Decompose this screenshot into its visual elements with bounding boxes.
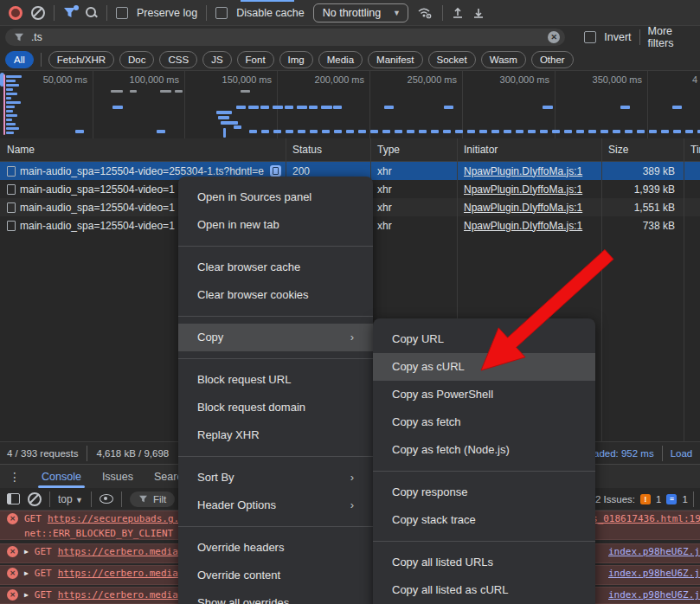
filter-chip-js[interactable]: JS	[202, 51, 231, 68]
menu-item-copy-as-curl[interactable]: Copy as cURL	[373, 353, 595, 381]
copy-submenu: Copy URLCopy as cURLCopy as PowerShellCo…	[373, 318, 595, 604]
overview-bar	[241, 90, 250, 93]
import-har-icon[interactable]	[452, 7, 464, 19]
console-sidebar-icon[interactable]	[7, 493, 20, 504]
menu-item-open-in-sources-panel[interactable]: Open in Sources panel	[178, 183, 373, 211]
overview-bar	[346, 130, 354, 133]
column-header-initiator[interactable]: Initiator	[457, 144, 601, 156]
request-url-link[interactable]: https://securepubads.g.	[48, 513, 179, 524]
disable-cache-checkbox[interactable]	[215, 7, 228, 19]
menu-item-copy-url[interactable]: Copy URL	[373, 325, 595, 353]
tab-console[interactable]: Console	[42, 465, 81, 489]
expand-icon[interactable]: ▶	[24, 569, 29, 577]
overview-gridline	[369, 71, 370, 138]
filter-chip-css[interactable]: CSS	[159, 51, 197, 68]
chevron-down-icon: ▼	[393, 9, 401, 17]
menu-item-clear-browser-cache[interactable]: Clear browser cache	[178, 254, 373, 281]
menu-item-open-in-new-tab[interactable]: Open in new tab	[178, 211, 373, 239]
menu-item-copy-all-listed-urls[interactable]: Copy all listed URLs	[373, 549, 595, 576]
context-selector[interactable]: top ▼	[58, 493, 83, 505]
live-expression-eye-icon[interactable]	[100, 494, 113, 504]
overview-tick-label: 150,000 ms	[194, 74, 272, 85]
column-divider[interactable]	[601, 138, 602, 441]
column-header-name[interactable]: Name	[0, 144, 286, 156]
clear-network-log-icon[interactable]	[31, 6, 45, 20]
menu-item-override-content[interactable]: Override content	[178, 562, 373, 589]
menu-item-show-all-overrides[interactable]: Show all overrides	[178, 589, 373, 604]
initiator-link[interactable]: NpawPlugin.DIyffoMa.js:1	[464, 202, 582, 214]
request-url-link[interactable]: https://cerbero.media	[58, 589, 178, 601]
menu-item-label: Copy response	[392, 479, 467, 506]
expand-icon[interactable]: ▶	[24, 591, 29, 599]
overview-bar	[216, 111, 232, 114]
overview-gridline	[462, 71, 463, 138]
request-url-link[interactable]: https://cerbero.media	[58, 568, 178, 579]
message-source-link[interactable]: index.p98heU6Z.js	[608, 546, 700, 557]
console-filter-input[interactable]: Filt	[130, 492, 175, 507]
menu-item-copy-all-listed-as-curl[interactable]: Copy all listed as cURL	[373, 576, 595, 604]
filter-chip-img[interactable]: Img	[279, 51, 313, 68]
initiator-link[interactable]: NpawPlugin.DIyffoMa.js:1	[464, 220, 582, 232]
column-header-time[interactable]: Time	[684, 144, 700, 156]
copy-badge-icon[interactable]	[270, 165, 281, 177]
filter-chip-manifest[interactable]: Manifest	[368, 51, 422, 68]
expand-icon[interactable]: ▶	[24, 548, 29, 556]
menu-item-copy-as-fetch[interactable]: Copy as fetch	[373, 408, 595, 436]
submenu-arrow-icon: ›	[350, 492, 354, 519]
issues-label: 2 Issues:	[595, 494, 635, 504]
menu-item-block-request-domain[interactable]: Block request domain	[178, 394, 373, 421]
menu-item-replay-xhr[interactable]: Replay XHR	[178, 421, 373, 449]
filter-chip-wasm[interactable]: Wasm	[481, 51, 526, 68]
more-filters-label[interactable]: More filters	[648, 25, 700, 49]
export-har-icon[interactable]	[472, 7, 485, 19]
menu-item-override-headers[interactable]: Override headers	[178, 534, 373, 562]
throttling-select[interactable]: No throttling ▼	[313, 3, 408, 22]
menu-item-copy-stack-trace[interactable]: Copy stack trace	[373, 506, 595, 534]
menu-item-copy-as-fetch-node-js[interactable]: Copy as fetch (Node.js)	[373, 436, 595, 464]
filter-chip-doc[interactable]: Doc	[119, 51, 154, 68]
search-icon[interactable]	[86, 7, 98, 19]
filter-chip-other[interactable]: Other	[531, 51, 574, 68]
issues-summary[interactable]: 2 Issues: ! 1 = 1	[595, 488, 694, 511]
overview-bar	[395, 130, 402, 133]
record-icon[interactable]	[9, 6, 22, 20]
menu-item-label: Copy as cURL	[392, 353, 465, 381]
filter-toggle-icon[interactable]	[63, 7, 77, 18]
filter-chip-socket[interactable]: Socket	[428, 51, 476, 68]
preserve-log-checkbox[interactable]	[116, 7, 128, 19]
throttling-value: No throttling	[323, 7, 381, 19]
menu-item-header-options[interactable]: Header Options›	[178, 492, 373, 519]
column-divider[interactable]	[684, 138, 684, 441]
column-header-status[interactable]: Status	[286, 144, 370, 156]
clear-filter-icon[interactable]: ✕	[548, 31, 560, 43]
invert-checkbox[interactable]	[584, 31, 596, 43]
column-header-type[interactable]: Type	[370, 144, 457, 156]
menu-item-sort-by[interactable]: Sort By›	[178, 464, 373, 492]
column-header-size[interactable]: Size	[601, 144, 684, 156]
menu-item-clear-browser-cookies[interactable]: Clear browser cookies	[178, 281, 373, 309]
overview-bar	[516, 130, 523, 133]
overview-bar	[637, 130, 645, 133]
message-source-link[interactable]: index.p98heU6Z.js	[608, 568, 700, 579]
overview-bar	[625, 130, 633, 133]
filter-chip-media[interactable]: Media	[318, 51, 363, 68]
filter-chip-all[interactable]: All	[5, 51, 34, 68]
network-conditions-icon[interactable]	[417, 6, 433, 19]
menu-item-copy-as-powershell[interactable]: Copy as PowerShell	[373, 381, 595, 408]
message-source-link[interactable]: index.p98heU6Z.js	[608, 589, 700, 601]
clear-console-icon[interactable]	[28, 492, 42, 506]
filter-chip-fetch-xhr[interactable]: Fetch/XHR	[48, 51, 114, 68]
tab-issues[interactable]: Issues	[102, 465, 133, 489]
menu-item-copy-response[interactable]: Copy response	[373, 479, 595, 506]
menu-item-copy[interactable]: Copy›	[178, 324, 373, 351]
network-overview-timeline[interactable]: 50,000 ms100,000 ms150,000 ms200,000 ms2…	[0, 71, 700, 139]
filter-chip-font[interactable]: Font	[237, 51, 274, 68]
request-url-link[interactable]: https://cerbero.media	[58, 546, 178, 557]
menu-item-block-request-url[interactable]: Block request URL	[178, 366, 373, 394]
initiator-link[interactable]: NpawPlugin.DIyffoMa.js:1	[464, 183, 582, 196]
message-source-link[interactable]: s_018617436.html:19	[592, 513, 700, 524]
overview-bar	[564, 130, 572, 133]
kebab-menu-icon[interactable]: ⋮	[9, 470, 21, 484]
filter-input[interactable]: .ts ✕	[5, 29, 565, 46]
initiator-link[interactable]: NpawPlugin.DIyffoMa.js:1	[464, 165, 582, 177]
